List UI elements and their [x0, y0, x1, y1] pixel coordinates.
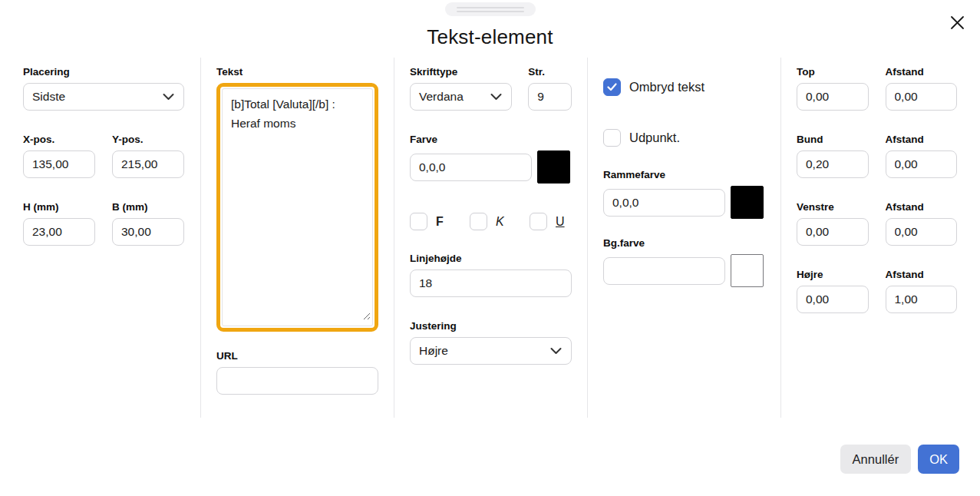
placement-select[interactable]: Sidste: [23, 83, 184, 111]
border-color-label: Rammefarve: [603, 169, 765, 180]
wrap-text-label: Ombryd tekst: [629, 80, 704, 94]
margin-left-label: Venstre: [797, 201, 869, 213]
cancel-button[interactable]: Annullér: [840, 445, 912, 474]
text-label: Tekst: [216, 66, 378, 78]
bullet-label: Udpunkt.: [629, 131, 680, 145]
font-color-input[interactable]: [410, 154, 532, 181]
margin-bottom-spacing-label: Afstand: [886, 134, 958, 145]
margin-right-label: Højre: [797, 269, 869, 280]
url-input[interactable]: [216, 367, 378, 395]
alignment-select-value: Højre: [419, 344, 448, 358]
bg-color-input[interactable]: [603, 257, 725, 285]
dialog-body: Placering Sidste X-pos. Y-pos.: [0, 58, 980, 418]
font-color-swatch[interactable]: [537, 150, 570, 184]
margin-left-input[interactable]: [797, 218, 869, 246]
check-icon: [607, 83, 617, 91]
close-button[interactable]: [948, 13, 966, 31]
text-column: Tekst [b]Total [Valuta][/b] : Heraf moms…: [200, 58, 394, 418]
alignment-select[interactable]: Højre: [410, 337, 572, 365]
placement-select-value: Sidste: [32, 90, 65, 104]
margin-right-spacing-label: Afstand: [886, 269, 958, 280]
options-column: Ombryd tekst Udpunkt. Rammefarve Bg.farv…: [587, 58, 780, 418]
margin-top-label: Top: [797, 66, 869, 78]
chevron-down-icon: [490, 94, 502, 101]
text-content-textarea[interactable]: [b]Total [Valuta][/b] : Heraf moms: [222, 88, 373, 326]
bg-color-swatch[interactable]: [731, 254, 764, 287]
margin-left-spacing-label: Afstand: [886, 201, 958, 213]
margin-bottom-input[interactable]: [797, 150, 869, 178]
margin-right-input[interactable]: [797, 286, 869, 313]
width-label: B (mm): [112, 201, 184, 213]
chevron-down-icon: [550, 348, 562, 355]
font-family-select-value: Verdana: [419, 90, 464, 104]
dialog-title: Tekst-element: [0, 25, 980, 49]
bold-checkbox[interactable]: [410, 213, 427, 230]
chevron-down-icon: [163, 94, 174, 101]
font-column: Skrifttype Verdana Str. Farve: [394, 58, 587, 418]
bold-label: F: [436, 215, 444, 229]
italic-checkbox[interactable]: [470, 213, 487, 230]
margin-bottom-spacing-input[interactable]: [886, 150, 958, 178]
margin-top-input[interactable]: [797, 83, 869, 111]
lineheight-input[interactable]: [410, 269, 572, 297]
height-label: H (mm): [23, 201, 95, 213]
font-size-input[interactable]: [528, 83, 572, 111]
ok-button[interactable]: OK: [918, 445, 959, 474]
margin-left-spacing-input[interactable]: [886, 218, 958, 246]
margin-right-spacing-input[interactable]: [886, 286, 958, 313]
font-size-label: Str.: [528, 66, 572, 78]
alignment-label: Justering: [410, 320, 572, 332]
wrap-text-checkbox[interactable]: [603, 78, 621, 96]
margin-bottom-label: Bund: [797, 134, 869, 145]
bullet-checkbox[interactable]: [603, 129, 621, 147]
lineheight-label: Linjehøjde: [410, 253, 572, 264]
border-color-input[interactable]: [603, 189, 725, 217]
italic-label: K: [496, 215, 504, 229]
drag-handle[interactable]: [445, 2, 536, 16]
close-icon: [949, 15, 965, 31]
text-area-focus-ring: [b]Total [Valuta][/b] : Heraf moms: [216, 83, 378, 332]
x-pos-input[interactable]: [23, 150, 95, 178]
dialog-footer: Annullér OK: [840, 445, 959, 474]
margins-column: Top Afstand Bund Afstand: [780, 58, 980, 418]
x-pos-label: X-pos.: [23, 134, 95, 145]
height-input[interactable]: [23, 218, 95, 246]
y-pos-input[interactable]: [112, 150, 184, 178]
font-family-label: Skrifttype: [410, 66, 512, 78]
font-color-label: Farve: [410, 134, 572, 145]
drag-handle-line: [457, 11, 524, 12]
underline-checkbox[interactable]: [530, 213, 547, 230]
underline-label: U: [556, 215, 565, 229]
drag-handle-line: [457, 7, 524, 8]
margin-top-spacing-input[interactable]: [886, 83, 958, 111]
margin-top-spacing-label: Afstand: [886, 66, 958, 78]
placement-label: Placering: [23, 66, 184, 78]
width-input[interactable]: [112, 218, 184, 246]
font-family-select[interactable]: Verdana: [410, 83, 512, 111]
border-color-swatch[interactable]: [731, 186, 764, 219]
text-element-dialog: Tekst-element Placering Sidste X-pos.: [0, 0, 980, 496]
url-label: URL: [216, 350, 378, 362]
y-pos-label: Y-pos.: [112, 134, 184, 145]
placement-column: Placering Sidste X-pos. Y-pos.: [0, 58, 200, 418]
bg-color-label: Bg.farve: [603, 237, 765, 249]
